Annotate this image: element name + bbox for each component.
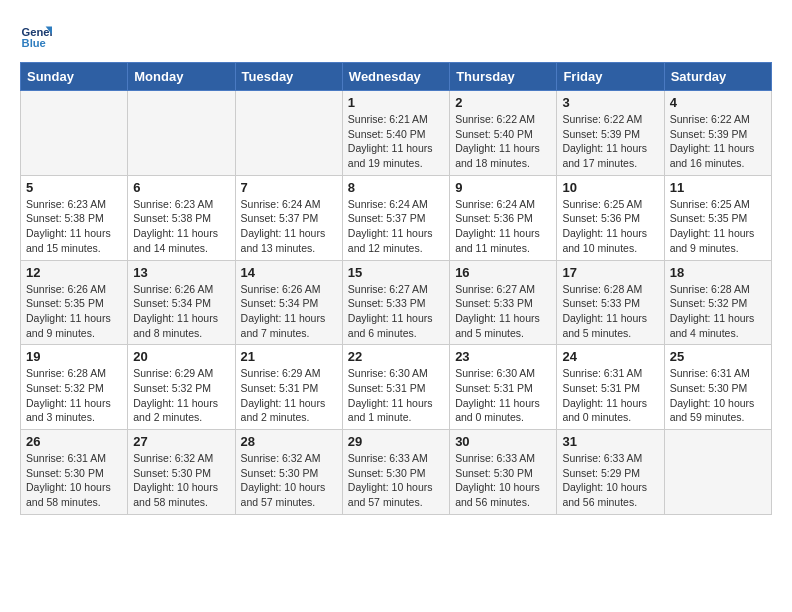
day-number: 17: [562, 265, 658, 280]
calendar-day: 25Sunrise: 6:31 AM Sunset: 5:30 PM Dayli…: [664, 345, 771, 430]
calendar-day: 26Sunrise: 6:31 AM Sunset: 5:30 PM Dayli…: [21, 430, 128, 515]
calendar-day: 28Sunrise: 6:32 AM Sunset: 5:30 PM Dayli…: [235, 430, 342, 515]
calendar-week-row: 26Sunrise: 6:31 AM Sunset: 5:30 PM Dayli…: [21, 430, 772, 515]
day-info: Sunrise: 6:33 AM Sunset: 5:30 PM Dayligh…: [348, 451, 444, 510]
calendar-week-row: 1Sunrise: 6:21 AM Sunset: 5:40 PM Daylig…: [21, 91, 772, 176]
calendar-day: 20Sunrise: 6:29 AM Sunset: 5:32 PM Dayli…: [128, 345, 235, 430]
calendar-day: 2Sunrise: 6:22 AM Sunset: 5:40 PM Daylig…: [450, 91, 557, 176]
day-number: 21: [241, 349, 337, 364]
calendar-day: 24Sunrise: 6:31 AM Sunset: 5:31 PM Dayli…: [557, 345, 664, 430]
day-info: Sunrise: 6:27 AM Sunset: 5:33 PM Dayligh…: [455, 282, 551, 341]
calendar-day: 1Sunrise: 6:21 AM Sunset: 5:40 PM Daylig…: [342, 91, 449, 176]
calendar-day: 15Sunrise: 6:27 AM Sunset: 5:33 PM Dayli…: [342, 260, 449, 345]
day-info: Sunrise: 6:26 AM Sunset: 5:35 PM Dayligh…: [26, 282, 122, 341]
calendar-day: 16Sunrise: 6:27 AM Sunset: 5:33 PM Dayli…: [450, 260, 557, 345]
day-number: 30: [455, 434, 551, 449]
day-info: Sunrise: 6:33 AM Sunset: 5:29 PM Dayligh…: [562, 451, 658, 510]
calendar-day: 27Sunrise: 6:32 AM Sunset: 5:30 PM Dayli…: [128, 430, 235, 515]
calendar-day: 10Sunrise: 6:25 AM Sunset: 5:36 PM Dayli…: [557, 175, 664, 260]
day-info: Sunrise: 6:23 AM Sunset: 5:38 PM Dayligh…: [133, 197, 229, 256]
day-info: Sunrise: 6:31 AM Sunset: 5:30 PM Dayligh…: [670, 366, 766, 425]
day-info: Sunrise: 6:24 AM Sunset: 5:37 PM Dayligh…: [348, 197, 444, 256]
day-info: Sunrise: 6:32 AM Sunset: 5:30 PM Dayligh…: [241, 451, 337, 510]
logo-icon: General Blue: [20, 20, 52, 52]
day-number: 13: [133, 265, 229, 280]
day-header: Tuesday: [235, 63, 342, 91]
day-number: 26: [26, 434, 122, 449]
calendar-day: 21Sunrise: 6:29 AM Sunset: 5:31 PM Dayli…: [235, 345, 342, 430]
calendar-day: 6Sunrise: 6:23 AM Sunset: 5:38 PM Daylig…: [128, 175, 235, 260]
calendar-day: 22Sunrise: 6:30 AM Sunset: 5:31 PM Dayli…: [342, 345, 449, 430]
day-header: Saturday: [664, 63, 771, 91]
calendar-day: 9Sunrise: 6:24 AM Sunset: 5:36 PM Daylig…: [450, 175, 557, 260]
calendar-week-row: 19Sunrise: 6:28 AM Sunset: 5:32 PM Dayli…: [21, 345, 772, 430]
calendar-day: 30Sunrise: 6:33 AM Sunset: 5:30 PM Dayli…: [450, 430, 557, 515]
day-info: Sunrise: 6:32 AM Sunset: 5:30 PM Dayligh…: [133, 451, 229, 510]
calendar-day: 11Sunrise: 6:25 AM Sunset: 5:35 PM Dayli…: [664, 175, 771, 260]
day-number: 1: [348, 95, 444, 110]
calendar-day: 18Sunrise: 6:28 AM Sunset: 5:32 PM Dayli…: [664, 260, 771, 345]
day-number: 8: [348, 180, 444, 195]
day-info: Sunrise: 6:25 AM Sunset: 5:36 PM Dayligh…: [562, 197, 658, 256]
day-header: Thursday: [450, 63, 557, 91]
calendar-day: [128, 91, 235, 176]
day-info: Sunrise: 6:33 AM Sunset: 5:30 PM Dayligh…: [455, 451, 551, 510]
day-info: Sunrise: 6:28 AM Sunset: 5:33 PM Dayligh…: [562, 282, 658, 341]
day-info: Sunrise: 6:22 AM Sunset: 5:39 PM Dayligh…: [670, 112, 766, 171]
day-header: Monday: [128, 63, 235, 91]
calendar-day: 8Sunrise: 6:24 AM Sunset: 5:37 PM Daylig…: [342, 175, 449, 260]
day-number: 18: [670, 265, 766, 280]
day-number: 2: [455, 95, 551, 110]
calendar-day: 23Sunrise: 6:30 AM Sunset: 5:31 PM Dayli…: [450, 345, 557, 430]
calendar-week-row: 5Sunrise: 6:23 AM Sunset: 5:38 PM Daylig…: [21, 175, 772, 260]
day-info: Sunrise: 6:24 AM Sunset: 5:37 PM Dayligh…: [241, 197, 337, 256]
day-info: Sunrise: 6:31 AM Sunset: 5:30 PM Dayligh…: [26, 451, 122, 510]
day-info: Sunrise: 6:28 AM Sunset: 5:32 PM Dayligh…: [670, 282, 766, 341]
day-number: 7: [241, 180, 337, 195]
day-info: Sunrise: 6:27 AM Sunset: 5:33 PM Dayligh…: [348, 282, 444, 341]
calendar-day: 12Sunrise: 6:26 AM Sunset: 5:35 PM Dayli…: [21, 260, 128, 345]
day-header: Friday: [557, 63, 664, 91]
calendar-week-row: 12Sunrise: 6:26 AM Sunset: 5:35 PM Dayli…: [21, 260, 772, 345]
day-info: Sunrise: 6:26 AM Sunset: 5:34 PM Dayligh…: [133, 282, 229, 341]
day-header: Sunday: [21, 63, 128, 91]
day-info: Sunrise: 6:22 AM Sunset: 5:40 PM Dayligh…: [455, 112, 551, 171]
calendar-day: 13Sunrise: 6:26 AM Sunset: 5:34 PM Dayli…: [128, 260, 235, 345]
day-info: Sunrise: 6:31 AM Sunset: 5:31 PM Dayligh…: [562, 366, 658, 425]
day-number: 5: [26, 180, 122, 195]
calendar-day: [235, 91, 342, 176]
calendar-table: SundayMondayTuesdayWednesdayThursdayFrid…: [20, 62, 772, 515]
calendar-day: 4Sunrise: 6:22 AM Sunset: 5:39 PM Daylig…: [664, 91, 771, 176]
day-number: 27: [133, 434, 229, 449]
calendar-day: 3Sunrise: 6:22 AM Sunset: 5:39 PM Daylig…: [557, 91, 664, 176]
day-number: 19: [26, 349, 122, 364]
day-number: 20: [133, 349, 229, 364]
calendar-header-row: SundayMondayTuesdayWednesdayThursdayFrid…: [21, 63, 772, 91]
day-number: 24: [562, 349, 658, 364]
calendar-day: 7Sunrise: 6:24 AM Sunset: 5:37 PM Daylig…: [235, 175, 342, 260]
calendar-day: 31Sunrise: 6:33 AM Sunset: 5:29 PM Dayli…: [557, 430, 664, 515]
day-info: Sunrise: 6:29 AM Sunset: 5:32 PM Dayligh…: [133, 366, 229, 425]
day-number: 29: [348, 434, 444, 449]
calendar-day: 19Sunrise: 6:28 AM Sunset: 5:32 PM Dayli…: [21, 345, 128, 430]
day-number: 11: [670, 180, 766, 195]
day-info: Sunrise: 6:29 AM Sunset: 5:31 PM Dayligh…: [241, 366, 337, 425]
day-number: 25: [670, 349, 766, 364]
day-number: 3: [562, 95, 658, 110]
day-number: 15: [348, 265, 444, 280]
day-number: 6: [133, 180, 229, 195]
day-number: 31: [562, 434, 658, 449]
day-number: 12: [26, 265, 122, 280]
day-number: 4: [670, 95, 766, 110]
day-number: 10: [562, 180, 658, 195]
logo: General Blue: [20, 20, 52, 52]
day-info: Sunrise: 6:26 AM Sunset: 5:34 PM Dayligh…: [241, 282, 337, 341]
calendar-day: [21, 91, 128, 176]
day-info: Sunrise: 6:22 AM Sunset: 5:39 PM Dayligh…: [562, 112, 658, 171]
day-header: Wednesday: [342, 63, 449, 91]
day-number: 23: [455, 349, 551, 364]
calendar-day: 17Sunrise: 6:28 AM Sunset: 5:33 PM Dayli…: [557, 260, 664, 345]
calendar-day: [664, 430, 771, 515]
calendar-body: 1Sunrise: 6:21 AM Sunset: 5:40 PM Daylig…: [21, 91, 772, 515]
day-info: Sunrise: 6:25 AM Sunset: 5:35 PM Dayligh…: [670, 197, 766, 256]
